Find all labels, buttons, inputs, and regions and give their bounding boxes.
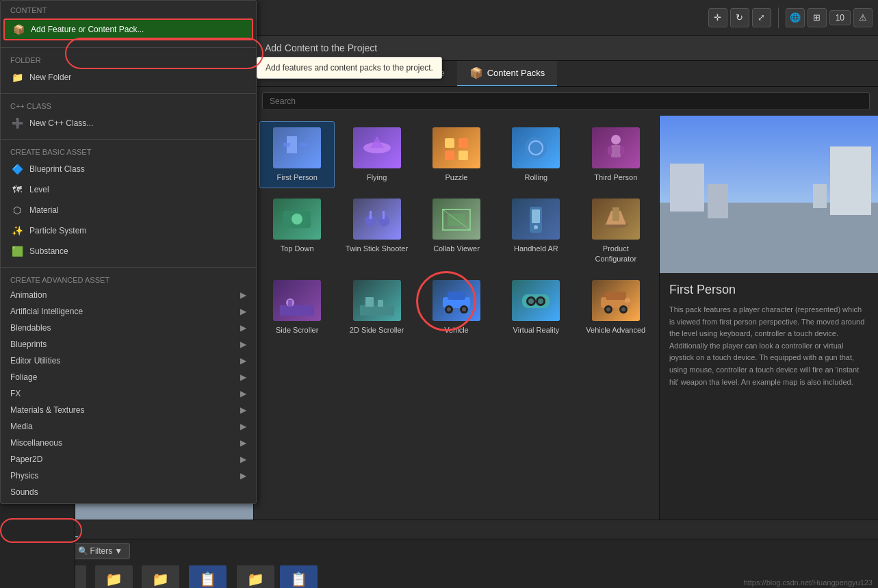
add-feature-btn[interactable]: 📦 Add Feature or Content Pack...: [3, 18, 253, 40]
detail-info: First Person This pack features a player…: [660, 273, 878, 398]
first-person-label: First Person: [277, 172, 318, 182]
blueprint-class-label: Blueprint Class: [29, 164, 85, 174]
modal-body: First Person Flying Puzzle: [254, 116, 878, 520]
svg-rect-5: [445, 138, 454, 148]
search-input[interactable]: [262, 92, 870, 110]
new-cpp-btn[interactable]: ➕ New C++ Class...: [1, 113, 256, 133]
material-btn[interactable]: ⬡ Material: [1, 200, 256, 220]
detail-scene: [660, 116, 878, 273]
new-folder-btn[interactable]: 📁 New Folder: [1, 67, 256, 88]
detail-preview: [660, 116, 878, 273]
2d-side-scroller-thumb: [353, 280, 401, 321]
content-item-vehicle[interactable]: Vehicle: [419, 274, 494, 341]
sounds-btn[interactable]: Sounds: [1, 484, 256, 500]
animation-btn[interactable]: Animation ▶: [1, 287, 256, 303]
preview-box-2: [708, 184, 728, 218]
twin-stick-label: Twin Stick Shooter: [346, 244, 408, 253]
basic-section-label: Create Basic Asset: [1, 145, 256, 159]
svg-rect-36: [448, 292, 465, 300]
collab-label: Collab Viewer: [433, 244, 480, 253]
svg-rect-2: [300, 143, 307, 146]
animation-label: Animation: [10, 290, 47, 300]
move-tool-btn[interactable]: ✛: [708, 8, 727, 27]
ai-btn[interactable]: Artificial Intelligence ▶: [1, 303, 256, 320]
content-item-third-person[interactable]: Third Person: [578, 121, 654, 188]
content-item-2d-side-scroller[interactable]: 2D Side Scroller: [339, 274, 414, 341]
level-btn[interactable]: 🗺 Level: [1, 179, 256, 200]
starter-content-thumb: 📁: [95, 565, 133, 588]
zoom-value: 10: [829, 10, 851, 25]
physics-label: Physics: [10, 471, 38, 481]
new-folder-label: New Folder: [29, 73, 71, 82]
content-item-puzzle[interactable]: Puzzle: [419, 121, 494, 188]
filters-arrow-icon: ▼: [114, 546, 122, 556]
arrow-icon-12: ▶: [240, 471, 246, 481]
content-item-vehicle-advanced[interactable]: Vehicle Advanced: [578, 274, 654, 341]
blueprints-btn[interactable]: Blueprints ▶: [1, 336, 256, 353]
handheld-thumb: [512, 199, 560, 240]
collab-thumb: [432, 199, 480, 240]
content-item-top-down[interactable]: Top Down: [259, 192, 335, 270]
rotate-tool-btn[interactable]: ↻: [730, 8, 749, 27]
cpp-icon: ➕: [10, 116, 24, 130]
vr-thumb: [512, 280, 560, 321]
vehicle-bp-thumb: 📋: [280, 565, 318, 588]
paper2d-btn[interactable]: Paper2D ▶: [1, 451, 256, 468]
particle-system-label: Particle System: [29, 226, 86, 235]
scale-tool-btn[interactable]: ⤢: [752, 8, 771, 27]
first-person-thumb: [273, 127, 321, 168]
asset-third-person[interactable]: 📁 ThirdPerson: [142, 565, 179, 588]
editor-utilities-btn[interactable]: Editor Utilities ▶: [1, 353, 256, 369]
warning-btn[interactable]: ⚠: [853, 8, 873, 27]
asset-vehicle[interactable]: 📁 Vehicle: [237, 565, 274, 588]
media-btn[interactable]: Media ▶: [1, 418, 256, 435]
svg-rect-29: [280, 305, 314, 316]
materials-btn[interactable]: Materials & Textures ▶: [1, 402, 256, 418]
svg-rect-13: [608, 146, 612, 155]
product-thumb: [592, 199, 640, 240]
grid-btn[interactable]: ⊞: [808, 8, 827, 27]
arrow-icon-4: ▶: [240, 340, 246, 349]
svg-point-11: [611, 135, 621, 144]
tab-content-packs-label: Content Packs: [487, 68, 545, 78]
svg-rect-33: [365, 297, 374, 307]
level-label: Level: [29, 185, 49, 194]
content-item-first-person[interactable]: First Person: [259, 121, 335, 188]
content-item-collab[interactable]: Collab Viewer: [419, 192, 494, 270]
arrow-icon-2: ▶: [240, 307, 246, 316]
asset-starter-content[interactable]: 📁 StarterContent: [92, 565, 136, 588]
world-settings-btn[interactable]: 🌐: [786, 8, 805, 27]
content-item-vr[interactable]: Virtual Reality: [498, 274, 573, 341]
fx-btn[interactable]: FX ▶: [1, 385, 256, 402]
asset-third-person-bp[interactable]: 📋 ThirdPersonBP: [185, 565, 231, 588]
svg-rect-34: [378, 300, 383, 307]
cpp-section: C++ Class ➕ New C++ Class...: [1, 97, 256, 136]
content-item-rolling[interactable]: Rolling: [498, 121, 573, 188]
blendables-btn[interactable]: Blendables ▶: [1, 320, 256, 336]
content-item-twin-stick[interactable]: Twin Stick Shooter: [339, 192, 414, 270]
particle-system-btn[interactable]: ✨ Particle System: [1, 220, 256, 241]
add-content-modal: Add Content to the Project 🔵 Blueprint F…: [253, 36, 878, 520]
svg-point-40: [462, 307, 466, 311]
asset-vehicle-bp[interactable]: 📋 VehicleBP: [280, 565, 318, 588]
preview-box-4: [813, 184, 827, 208]
arrow-icon-6: ▶: [240, 372, 246, 382]
divider-2: [1, 93, 256, 94]
tooltip-text: Add features and content packs to the pr…: [266, 63, 433, 73]
blueprint-class-btn[interactable]: 🔷 Blueprint Class: [1, 159, 256, 179]
materials-label: Materials & Textures: [10, 405, 85, 415]
content-item-handheld[interactable]: Handheld AR: [498, 192, 573, 270]
physics-btn[interactable]: Physics ▶: [1, 468, 256, 484]
folder-section-label: Folder: [1, 53, 256, 67]
foliage-btn[interactable]: Foliage ▶: [1, 369, 256, 385]
misc-btn[interactable]: Miscellaneous ▶: [1, 435, 256, 451]
content-item-product[interactable]: Product Configurator: [578, 192, 654, 270]
ai-label: Artificial Intelligence: [10, 307, 83, 316]
substance-btn[interactable]: 🟩 Substance: [1, 241, 256, 261]
filters-button[interactable]: 🔍 Filters ▼: [70, 543, 131, 559]
flying-thumb: [353, 127, 401, 168]
filters-icon: 🔍: [78, 546, 88, 556]
tab-content-packs[interactable]: 📦 Content Packs: [457, 61, 558, 86]
content-item-flying[interactable]: Flying: [339, 121, 414, 188]
content-item-side-scroller[interactable]: Side Scroller: [259, 274, 335, 341]
